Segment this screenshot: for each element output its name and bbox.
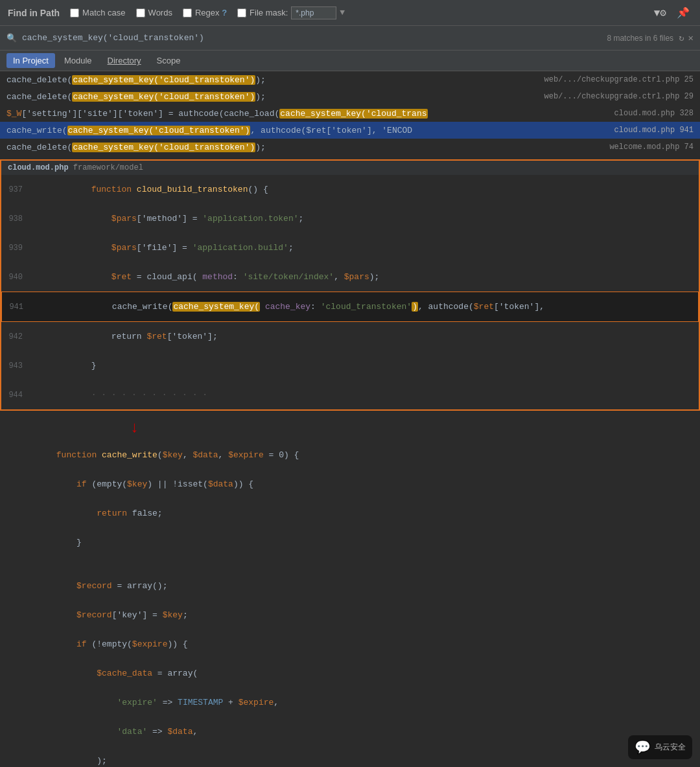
result-file: web/.../checkupgrade.ctrl.php 29 <box>544 92 694 101</box>
wechat-icon: 💬 <box>635 739 651 755</box>
file-mask-input[interactable] <box>291 6 336 19</box>
result-code: $_W['setting']['site']['token'] = authco… <box>6 109 608 119</box>
find-in-path-header: Find in Path Match case Words Regex ? Fi… <box>0 0 700 26</box>
result-row[interactable]: cache_delete(cache_system_key('cloud_tra… <box>0 71 700 88</box>
wechat-text: 乌云安全 <box>655 742 686 753</box>
result-row[interactable]: cache_delete(cache_system_key('cloud_tra… <box>0 139 700 155</box>
pin-icon[interactable]: 📌 <box>674 5 692 21</box>
scope-tab-bar: In Project Module Directory Scope <box>0 51 700 71</box>
red-arrow-icon: ↓ <box>130 419 139 437</box>
editor-line <box>0 557 700 571</box>
tab-scope[interactable]: Scope <box>150 53 187 68</box>
regex-group: Regex ? <box>183 8 227 17</box>
preview-line: 944 · · · · · · · · · · · · <box>1 380 699 409</box>
result-row[interactable]: $_W['setting']['site']['token'] = authco… <box>0 105 700 122</box>
match-count: 8 matches in 6 files <box>607 34 673 43</box>
search-input[interactable] <box>22 33 601 43</box>
file-mask-checkbox[interactable] <box>237 8 246 17</box>
editor-line: return false; <box>0 499 700 528</box>
close-icon[interactable]: ✕ <box>688 32 694 43</box>
editor-line: } <box>0 528 700 557</box>
preview-line: 940 $ret = cloud_api( method: 'site/toke… <box>1 262 699 292</box>
preview-line: 943 } <box>1 351 699 380</box>
regex-label: Regex ? <box>195 8 227 17</box>
arrow-area: ↓ <box>0 415 700 441</box>
filter-icon[interactable]: ▼⚙ <box>651 5 669 21</box>
words-label: Words <box>148 8 172 17</box>
editor-line: $record = array(); <box>0 571 700 601</box>
editor-line: ); <box>0 746 700 767</box>
file-mask-label: File mask: <box>250 8 288 17</box>
editor-line: $cache_data = array( <box>0 659 700 688</box>
regex-checkbox[interactable] <box>183 8 192 17</box>
result-file: web/.../checkupgrade.ctrl.php 25 <box>544 75 694 84</box>
result-row-selected[interactable]: cache_write(cache_system_key('cloud_tran… <box>0 122 700 139</box>
result-file: welcome.mod.php 74 <box>609 143 694 152</box>
result-code: cache_delete(cache_system_key('cloud_tra… <box>6 75 538 85</box>
editor-area: function cache_write($key, $data, $expir… <box>0 441 700 767</box>
preview-header: cloud.mod.php framework/model <box>1 161 699 175</box>
result-row[interactable]: cache_delete(cache_system_key('cloud_tra… <box>0 88 700 105</box>
search-bar: 🔍 8 matches in 6 files ↻ ✕ <box>0 26 700 51</box>
search-actions: ↻ ✕ <box>679 32 694 43</box>
match-case-group: Match case <box>70 8 125 17</box>
preview-selected-line: 941 cache_write(cache_system_key( cache_… <box>1 292 699 322</box>
preview-body: 937 function cloud_build_transtoken() { … <box>1 175 699 409</box>
dialog-title: Find in Path <box>8 8 60 18</box>
match-case-label: Match case <box>82 8 125 17</box>
preview-line: 942 return $ret['token']; <box>1 322 699 351</box>
file-mask-group: File mask: ▼ <box>237 6 345 19</box>
editor-line: if (!empty($expire)) { <box>0 630 700 659</box>
tab-directory[interactable]: Directory <box>101 53 148 68</box>
results-list: cache_delete(cache_system_key('cloud_tra… <box>0 71 700 155</box>
editor-line: 'expire' => TIMESTAMP + $expire, <box>0 688 700 717</box>
preview-line: 939 $pars['file'] = 'application.build'; <box>1 233 699 262</box>
words-checkbox[interactable] <box>136 8 145 17</box>
file-mask-dropdown-icon[interactable]: ▼ <box>340 8 345 17</box>
preview-line: 937 function cloud_build_transtoken() { <box>1 175 699 204</box>
header-actions: ▼⚙ 📌 <box>651 5 692 21</box>
tab-in-project[interactable]: In Project <box>6 53 55 68</box>
editor-line: function cache_write($key, $data, $expir… <box>0 441 700 470</box>
editor-line: $record['key'] = $key; <box>0 601 700 630</box>
result-code: cache_write(cache_system_key('cloud_tran… <box>6 126 608 135</box>
preview-panel: cloud.mod.php framework/model 937 functi… <box>0 159 700 411</box>
preview-line: 938 $pars['method'] = 'application.token… <box>1 204 699 233</box>
regex-help-icon[interactable]: ? <box>222 8 227 17</box>
refresh-icon[interactable]: ↻ <box>679 32 684 43</box>
editor-line: if (empty($key) || !isset($data)) { <box>0 470 700 499</box>
result-file: cloud.mod.php 941 <box>614 126 694 135</box>
search-icon: 🔍 <box>6 33 17 43</box>
editor-line: 'data' => $data, <box>0 717 700 746</box>
preview-filepath: framework/model <box>73 163 143 172</box>
tab-module[interactable]: Module <box>58 53 99 68</box>
match-case-checkbox[interactable] <box>70 8 79 17</box>
result-code: cache_delete(cache_system_key('cloud_tra… <box>6 143 603 152</box>
result-file: cloud.mod.php 328 <box>614 109 694 118</box>
words-group: Words <box>136 8 172 17</box>
result-code: cache_delete(cache_system_key('cloud_tra… <box>6 92 538 102</box>
preview-filename: cloud.mod.php <box>8 163 69 172</box>
wechat-badge: 💬 乌云安全 <box>628 735 692 759</box>
